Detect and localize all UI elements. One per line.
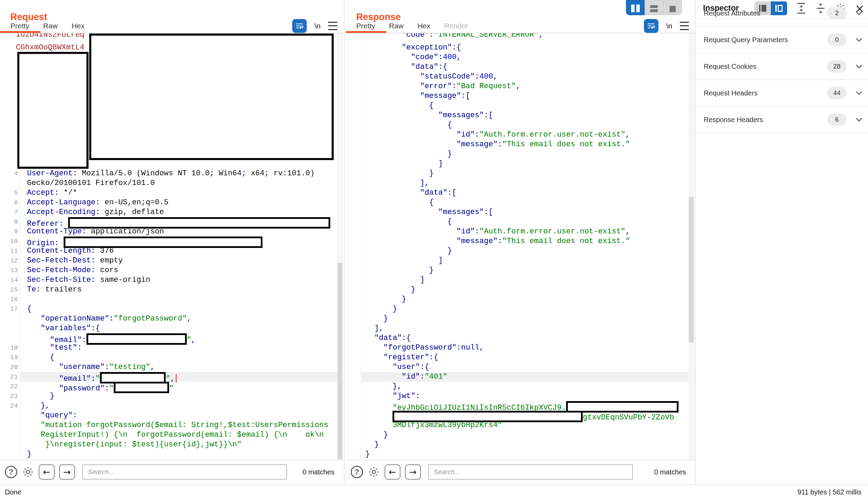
code-line: { — [365, 217, 695, 227]
newline-toggle[interactable]: \n — [666, 22, 672, 30]
code-line: } — [365, 440, 695, 450]
code-line: } — [365, 266, 695, 275]
code-line: 20 "username":"testing", — [27, 362, 343, 372]
tab-request-pretty[interactable]: Pretty — [10, 22, 29, 30]
code-line: 15Te: trailers — [27, 285, 343, 295]
code-line: "email":", — [27, 333, 343, 343]
wrap-lines-button[interactable] — [292, 19, 307, 33]
layout-single-button[interactable] — [663, 0, 682, 15]
code-line: "id":"Auth.form.error.user.not-exist", — [365, 227, 695, 237]
help-icon[interactable]: ? — [5, 466, 17, 478]
tab-response-render: Render — [444, 22, 468, 30]
code-line: 14Sec-Fetch-Site: same-origin — [27, 275, 343, 285]
menu-icon[interactable] — [328, 22, 337, 30]
help-icon[interactable]: ? — [351, 466, 363, 478]
code-line: "code":400, — [365, 53, 695, 62]
section-label: Response Headers — [704, 107, 763, 133]
layout-rows-button[interactable] — [645, 0, 663, 15]
search-settings-gear-icon[interactable] — [22, 466, 34, 478]
tab-request-hex[interactable]: Hex — [72, 22, 84, 30]
count-badge: 2 — [827, 7, 847, 19]
code-line: ] — [365, 159, 695, 169]
code-line: "query": — [27, 411, 343, 420]
code-line: 8Referer: — [27, 217, 343, 227]
code-line: "eyJhbGciOiJIUzI1NiIsInR5cCI6IkpXVCJ9. — [365, 401, 695, 411]
wrap-lines-icon — [295, 22, 304, 30]
chevron-down-icon — [856, 91, 862, 95]
line-number: 23 — [2, 391, 18, 401]
code-line: 10Origin: — [27, 237, 343, 246]
inspector-panel: Inspector × Request Attributes 2 Request… — [695, 0, 868, 484]
code-line: 12Sec-Fetch-Dest: empty — [27, 256, 343, 266]
section-label: Request Cookies — [704, 53, 756, 80]
code-line: } — [365, 285, 695, 295]
tab-response-pretty[interactable]: Pretty — [356, 22, 375, 30]
inspector-section-request-headers[interactable]: Request Headers 44 — [695, 80, 868, 107]
inspector-section-request-attributes[interactable]: Request Attributes 2 — [695, 0, 868, 27]
editor-layout-control — [626, 0, 682, 15]
search-next-button[interactable]: → — [405, 464, 421, 480]
line-number: 11 — [2, 246, 18, 256]
search-input[interactable] — [82, 464, 287, 480]
panel-divider[interactable] — [344, 0, 344, 484]
code-line: "variables":{ — [27, 324, 343, 333]
tab-response-raw[interactable]: Raw — [389, 22, 404, 30]
line-number: 8 — [2, 217, 18, 227]
code-line: "messages":[ — [365, 111, 695, 120]
code-line: 7Accept-Encoding: gzip, deflate — [27, 207, 343, 217]
section-label: Request Query Parameters — [704, 27, 788, 53]
code-line: ] — [365, 256, 695, 266]
tab-response-hex[interactable]: Hex — [417, 22, 430, 30]
tab-request-raw[interactable]: Raw — [43, 22, 58, 30]
search-settings-gear-icon[interactable] — [368, 466, 380, 478]
inspector-section-request-query-parameters[interactable]: Request Query Parameters 0 — [695, 27, 868, 53]
inspector-section-response-headers[interactable]: Response Headers 6 — [695, 107, 868, 133]
code-line: 22 "password":"" — [27, 382, 343, 391]
code-line: "register":{ — [365, 353, 695, 362]
request-code-editor[interactable]: IuzU4INszFULreqCGhxmOoQ8WXmtL44User-Agen… — [0, 33, 343, 460]
code-line: "id":"401" — [365, 372, 695, 382]
wrap-lines-button[interactable] — [644, 19, 658, 33]
request-scrollbar-thumb[interactable] — [338, 263, 342, 459]
text-caret — [176, 374, 177, 382]
request-scrollbar — [337, 33, 343, 460]
code-line: { — [365, 120, 695, 130]
code-line: "forgotPassword":null, — [365, 343, 695, 353]
code-line: 11Content-Length: 376 — [27, 246, 343, 256]
search-prev-button[interactable]: ← — [385, 464, 400, 480]
layout-columns-button[interactable] — [626, 0, 645, 15]
line-number: 9 — [2, 227, 18, 237]
code-line: "error":"Bad Request", — [365, 82, 695, 91]
code-line: 5Accept: */* — [27, 188, 343, 198]
code-line: } — [365, 304, 695, 314]
gutter-border — [361, 33, 361, 460]
code-line: "user":{ — [365, 362, 695, 372]
code-line: 17{ — [27, 304, 343, 314]
response-scrollbar-thumb[interactable] — [689, 197, 694, 342]
newline-toggle[interactable]: \n — [314, 22, 321, 30]
burp-suite-window: { "request": { "title": "Request", "tabs… — [0, 0, 868, 500]
line-number: 24 — [2, 401, 18, 411]
menu-icon[interactable] — [680, 22, 689, 30]
status-bar: Done 911 bytes | 562 millis — [0, 484, 868, 500]
search-input[interactable] — [428, 464, 633, 480]
response-search-bar: ? ← → 0 matches — [346, 460, 695, 484]
code-line: Gecko/20100101 Firefox/101.0 — [27, 178, 343, 188]
code-line: } — [365, 246, 695, 256]
code-line: 24 }, — [27, 401, 343, 411]
search-prev-button[interactable]: ← — [39, 464, 55, 480]
inspector-section-request-cookies[interactable]: Request Cookies 28 — [695, 53, 868, 80]
response-code-editor[interactable]: "code":"INTERNAL_SERVER_ERROR", "excepti… — [346, 33, 695, 460]
code-line: gtxvDEqnSVuPbY-2ZoVb — [365, 411, 695, 420]
search-next-button[interactable]: → — [59, 464, 75, 480]
line-number: 5 — [2, 188, 18, 198]
code-line: "statusCode":400, — [365, 72, 695, 82]
inspector-divider[interactable] — [695, 0, 695, 484]
code-line: "data":{ — [365, 333, 695, 343]
code-line: 19 { — [27, 353, 343, 362]
redaction-box — [89, 34, 334, 160]
section-label: Request Headers — [704, 80, 758, 106]
chevron-down-icon — [856, 64, 862, 68]
code-line: 6Accept-Language: en-US,en;q=0.5 — [27, 198, 343, 207]
code-line: RegisterInput!) {\n forgotPassword(email… — [27, 430, 343, 440]
